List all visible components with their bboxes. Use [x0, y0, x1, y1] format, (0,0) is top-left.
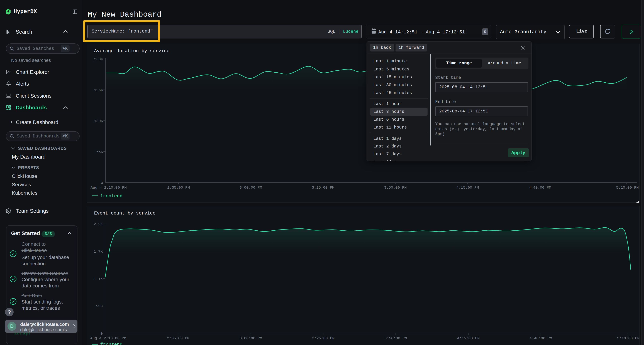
svg-text:550: 550	[96, 304, 103, 308]
svg-text:260K: 260K	[94, 57, 103, 61]
svg-text:195K: 195K	[94, 88, 103, 92]
svg-text:1.7K: 1.7K	[94, 250, 103, 254]
svg-text:130K: 130K	[94, 119, 103, 123]
svg-text:4:15:00 PM: 4:15:00 PM	[457, 336, 480, 340]
svg-text:Aug 4 2:10:00 PM: Aug 4 2:10:00 PM	[90, 186, 127, 190]
svg-text:65K: 65K	[96, 150, 103, 154]
svg-text:1.1K: 1.1K	[94, 277, 103, 281]
svg-text:3:50:00 PM: 3:50:00 PM	[384, 336, 407, 340]
svg-text:3:50:00 PM: 3:50:00 PM	[384, 186, 406, 190]
svg-text:5:10:00 PM: 5:10:00 PM	[616, 186, 639, 190]
svg-text:2:35:00 PM: 2:35:00 PM	[167, 186, 190, 190]
svg-text:4:40:00 PM: 4:40:00 PM	[530, 336, 552, 340]
svg-text:frontend: frontend	[100, 193, 122, 199]
svg-text:3:00:00 PM: 3:00:00 PM	[240, 186, 262, 190]
svg-text:3:25:00 PM: 3:25:00 PM	[312, 336, 334, 340]
svg-text:frontend: frontend	[100, 342, 122, 345]
svg-text:0: 0	[100, 332, 103, 336]
svg-text:4:15:00 PM: 4:15:00 PM	[456, 186, 479, 190]
svg-text:2:35:00 PM: 2:35:00 PM	[167, 336, 190, 340]
svg-text:2.2K: 2.2K	[94, 222, 103, 226]
svg-text:3:00:00 PM: 3:00:00 PM	[240, 336, 262, 340]
svg-text:4:40:00 PM: 4:40:00 PM	[528, 186, 551, 190]
svg-text:0: 0	[101, 181, 103, 185]
svg-text:5:10:00 PM: 5:10:00 PM	[617, 336, 640, 340]
svg-text:Aug 4 2:10:00 PM: Aug 4 2:10:00 PM	[90, 336, 126, 340]
svg-text:3:25:00 PM: 3:25:00 PM	[312, 186, 334, 190]
